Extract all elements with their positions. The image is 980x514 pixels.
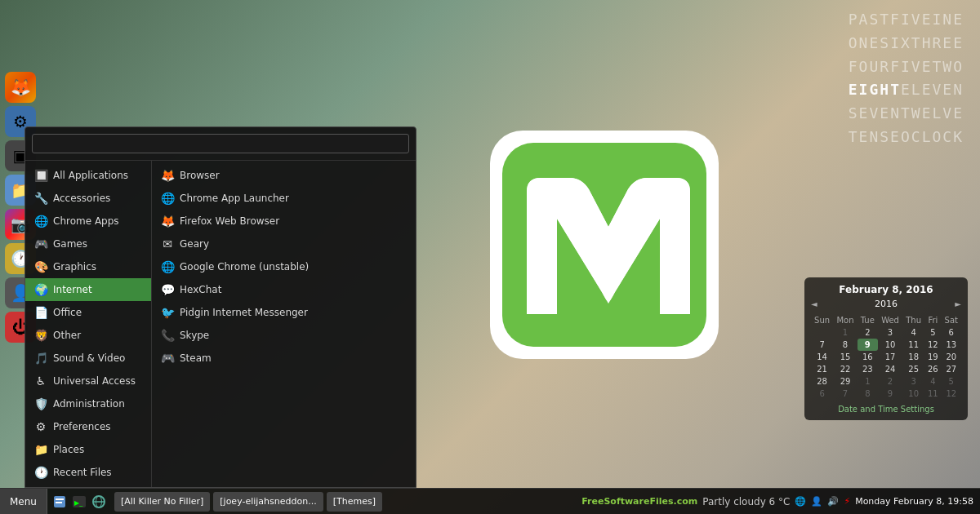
menu-icon: 🕐 xyxy=(33,465,48,480)
svg-rect-5 xyxy=(56,502,62,503)
taskbar-window-button[interactable]: [joey-elijahsneddon... xyxy=(213,492,323,512)
menu-categories: 🔲All Applications🔧Accessories🌐Chrome App… xyxy=(25,161,152,487)
calendar-settings-link[interactable]: Date and Time Settings xyxy=(811,405,961,414)
menu-category-preferences[interactable]: ⚙️Preferences xyxy=(25,415,151,438)
menu-category-universal-access[interactable]: ♿Universal Access xyxy=(25,370,151,392)
app-item-firefox-web-browser[interactable]: 🦊Firefox Web Browser xyxy=(152,210,416,233)
app-icon: 🎮 xyxy=(160,351,175,366)
calendar-grid: SunMonTueWedThuFriSat 123456789101112131… xyxy=(811,314,961,400)
app-icon: 📞 xyxy=(160,328,175,343)
menu-label: Chrome Apps xyxy=(53,215,119,227)
menu-icon: 🔲 xyxy=(33,168,48,183)
taskbar-power-icon: ⚡ xyxy=(844,496,850,507)
menu-category-administration[interactable]: 🛡️Administration xyxy=(25,392,151,415)
app-label: Google Chrome (unstable) xyxy=(180,261,309,273)
taskbar-weather: Partly cloudy 6 °C xyxy=(702,496,790,507)
svg-text:▶_: ▶_ xyxy=(74,499,83,507)
app-icon: 🌐 xyxy=(160,191,175,206)
app-icon: 🦊 xyxy=(160,214,175,228)
menu-icon: ♿ xyxy=(33,374,48,388)
menu-label: Games xyxy=(53,238,87,250)
menu-label: Sound & Video xyxy=(53,352,125,364)
taskbar: Menu ▶_ [All Killer No Filler][joey-elij… xyxy=(0,488,980,514)
search-input[interactable] xyxy=(32,134,409,153)
app-item-pidgin-internet-messenger[interactable]: 🐦Pidgin Internet Messenger xyxy=(152,301,416,324)
app-label: Browser xyxy=(180,170,220,181)
app-icon: ✉️ xyxy=(160,237,175,251)
freesoftwarefiles-watermark: FreeSoftwareFiles.com xyxy=(581,496,697,507)
menu-icon: ⚙️ xyxy=(33,419,48,434)
menu-category-games[interactable]: 🎮Games xyxy=(25,233,151,255)
menu-category-graphics[interactable]: 🎨Graphics xyxy=(25,255,151,278)
menu-label: Other xyxy=(53,330,81,341)
app-icon: 💬 xyxy=(160,282,175,297)
menu-category-office[interactable]: 📄Office xyxy=(25,301,151,324)
app-item-chrome-app-launcher[interactable]: 🌐Chrome App Launcher xyxy=(152,187,416,210)
menu-category-internet[interactable]: 🌍Internet xyxy=(25,278,151,301)
mint-logo xyxy=(482,122,727,367)
app-item-browser[interactable]: 🦊Browser xyxy=(152,164,416,187)
menu-label: Graphics xyxy=(53,261,96,273)
menu-label: Administration xyxy=(53,398,125,410)
menu-icon: 🌐 xyxy=(33,214,48,228)
taskbar-volume-icon: 🔊 xyxy=(827,496,839,507)
app-label: Skype xyxy=(180,330,209,341)
dock-firefox[interactable]: 🦊 xyxy=(5,72,36,103)
menu-label: Office xyxy=(53,307,82,318)
menu-icon: 🔧 xyxy=(33,191,48,206)
menu-icon: 🎮 xyxy=(33,237,48,251)
svg-rect-4 xyxy=(56,498,64,500)
taskbar-icon-terminal[interactable]: ▶_ xyxy=(70,493,88,511)
menu-category-all-applications[interactable]: 🔲All Applications xyxy=(25,164,151,187)
app-icon: 🐦 xyxy=(160,305,175,320)
calendar-prev-year[interactable]: ◄ xyxy=(811,299,817,308)
app-label: HexChat xyxy=(180,284,221,295)
menu-icon: 🛡️ xyxy=(33,397,48,411)
taskbar-menu-button[interactable]: Menu xyxy=(0,489,47,514)
calendar-next-year[interactable]: ► xyxy=(955,299,961,308)
taskbar-icon-browser[interactable] xyxy=(90,493,108,511)
menu-icon: 🌍 xyxy=(33,282,48,297)
menu-category-sound-&-video[interactable]: 🎵Sound & Video xyxy=(25,347,151,370)
app-label: Firefox Web Browser xyxy=(180,215,279,227)
calendar-nav: ◄ 2016 ► xyxy=(811,299,961,309)
app-icon: 🦊 xyxy=(160,168,175,183)
calendar-year: 2016 xyxy=(875,299,898,309)
taskbar-window-button[interactable]: [All Killer No Filler] xyxy=(114,492,210,512)
menu-label: Preferences xyxy=(53,421,111,432)
app-item-geary[interactable]: ✉️Geary xyxy=(152,233,416,255)
menu-category-accessories[interactable]: 🔧Accessories xyxy=(25,187,151,210)
app-item-hexchat[interactable]: 💬HexChat xyxy=(152,278,416,301)
taskbar-window-list: [All Killer No Filler][joey-elijahsneddo… xyxy=(111,492,575,512)
app-item-skype[interactable]: 📞Skype xyxy=(152,324,416,347)
taskbar-icon-files[interactable] xyxy=(51,493,69,511)
menu-category-recent-files[interactable]: 🕐Recent Files xyxy=(25,461,151,484)
taskbar-user-icon: 👤 xyxy=(811,496,822,507)
menu-apps: 🦊Browser🌐Chrome App Launcher🦊Firefox Web… xyxy=(152,161,416,487)
taskbar-window-button[interactable]: [Themes] xyxy=(327,492,382,512)
app-item-steam[interactable]: 🎮Steam xyxy=(152,347,416,370)
app-label: Steam xyxy=(180,352,212,364)
word-clock: PASTFIVEINE ONESIXTHREE FOURFIVETWO EIGH… xyxy=(849,8,964,149)
app-label: Geary xyxy=(180,238,209,250)
menu-label: All Applications xyxy=(53,170,128,181)
menu-category-places[interactable]: 📁Places xyxy=(25,438,151,461)
menu-icon: 📁 xyxy=(33,442,48,457)
app-icon: 🌐 xyxy=(160,259,175,274)
app-label: Chrome App Launcher xyxy=(180,193,289,204)
menu-label: Accessories xyxy=(53,193,110,204)
calendar-date-title: February 8, 2016 xyxy=(811,284,961,295)
menu-label: Recent Files xyxy=(53,467,112,478)
search-bar xyxy=(25,127,416,161)
menu-icon: 🎵 xyxy=(33,351,48,366)
app-item-google-chrome-(unstable)[interactable]: 🌐Google Chrome (unstable) xyxy=(152,255,416,278)
taskbar-system-tray: FreeSoftwareFiles.com Partly cloudy 6 °C… xyxy=(575,496,980,507)
menu-icon: 🦁 xyxy=(33,328,48,343)
menu-category-other[interactable]: 🦁Other xyxy=(25,324,151,347)
menu-category-chrome-apps[interactable]: 🌐Chrome Apps xyxy=(25,210,151,233)
menu-label: Places xyxy=(53,444,84,455)
taskbar-quick-launch: ▶_ xyxy=(47,493,111,511)
taskbar-datetime[interactable]: Monday February 8, 19:58 xyxy=(855,496,973,507)
calendar-widget: February 8, 2016 ◄ 2016 ► SunMonTueWedTh… xyxy=(804,277,968,420)
start-menu: 🔲All Applications🔧Accessories🌐Chrome App… xyxy=(24,126,416,488)
